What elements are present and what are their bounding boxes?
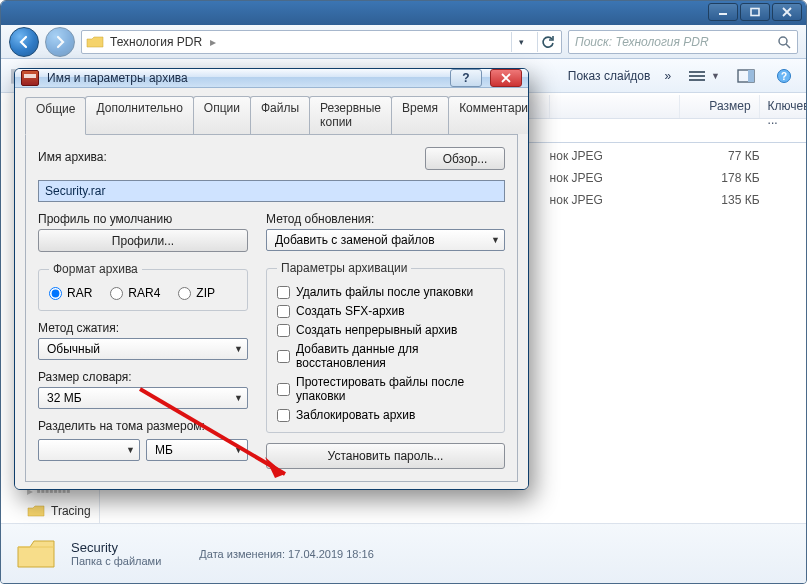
toolbar-more[interactable]: » bbox=[664, 69, 671, 83]
browse-button[interactable]: Обзор... bbox=[425, 147, 505, 170]
compression-method[interactable]: Обычный▼ bbox=[38, 338, 248, 360]
svg-rect-0 bbox=[751, 9, 759, 16]
check-test[interactable]: Протестировать файлы после упаковки bbox=[277, 375, 494, 403]
format-group: Формат архива RAR RAR4 ZIP bbox=[38, 262, 248, 311]
winrar-icon bbox=[21, 70, 39, 86]
search-icon bbox=[777, 35, 791, 49]
details-name: Security bbox=[71, 540, 161, 555]
view-mode-button[interactable]: ▼ bbox=[685, 66, 720, 86]
check-sfx[interactable]: Создать SFX-архив bbox=[277, 304, 494, 318]
check-recovery[interactable]: Добавить данные для восстановления bbox=[277, 342, 494, 370]
format-label: Формат архива bbox=[49, 262, 142, 276]
folder-icon bbox=[27, 504, 45, 518]
dialog-body: Общие Дополнительно Опции Файлы Резервны… bbox=[15, 88, 528, 490]
col-type[interactable] bbox=[550, 95, 680, 118]
close-button[interactable] bbox=[772, 3, 802, 21]
cell-type: нок JPEG bbox=[550, 193, 680, 207]
nav-forward-button[interactable] bbox=[45, 27, 75, 57]
toolbar-slideshow[interactable]: Показ слайдов bbox=[568, 69, 651, 83]
details-date-label: Дата изменения: bbox=[199, 548, 285, 560]
svg-point-1 bbox=[779, 37, 787, 45]
update-method[interactable]: Добавить с заменой файлов▼ bbox=[266, 229, 505, 251]
split-unit[interactable]: МБ▼ bbox=[146, 439, 248, 461]
tab-advanced[interactable]: Дополнительно bbox=[85, 96, 193, 134]
split-label: Разделить на тома размером: bbox=[38, 419, 248, 433]
tab-general[interactable]: Общие bbox=[25, 97, 86, 135]
dict-label: Размер словаря: bbox=[38, 370, 248, 384]
params-label: Параметры архивации bbox=[277, 261, 411, 275]
details-type: Папка с файлами bbox=[71, 555, 161, 567]
preview-pane-button[interactable] bbox=[734, 66, 758, 86]
address-bar[interactable]: Технология PDR ▸ ▾ bbox=[81, 30, 562, 54]
dialog-title: Имя и параметры архива bbox=[47, 71, 188, 85]
update-label: Метод обновления: bbox=[266, 212, 505, 226]
svg-rect-4 bbox=[689, 79, 705, 81]
explorer-navbar: Технология PDR ▸ ▾ Поиск: Технология PDR bbox=[1, 25, 806, 59]
dialog-close-button[interactable] bbox=[490, 69, 522, 87]
address-dropdown[interactable]: ▾ bbox=[511, 32, 531, 52]
tab-general-pane: Имя архива: Обзор... Профиль по умолчани… bbox=[25, 135, 518, 482]
dictionary-size[interactable]: 32 МБ▼ bbox=[38, 387, 248, 409]
tab-time[interactable]: Время bbox=[391, 96, 449, 134]
dialog-titlebar: Имя и параметры архива ? bbox=[15, 69, 528, 88]
check-solid[interactable]: Создать непрерывный архив bbox=[277, 323, 494, 337]
address-path: Технология PDR bbox=[110, 35, 202, 49]
maximize-button[interactable] bbox=[740, 3, 770, 21]
profile-label: Профиль по умолчанию bbox=[38, 212, 248, 226]
svg-rect-2 bbox=[689, 71, 705, 73]
svg-text:?: ? bbox=[781, 71, 787, 82]
set-password-button[interactable]: Установить пароль... bbox=[266, 443, 505, 469]
compress-label: Метод сжатия: bbox=[38, 321, 248, 335]
archive-dialog: Имя и параметры архива ? Общие Дополните… bbox=[14, 68, 529, 490]
split-size-input[interactable]: ▼ bbox=[38, 439, 140, 461]
refresh-button[interactable] bbox=[537, 32, 557, 52]
format-rar[interactable]: RAR bbox=[49, 286, 92, 300]
help-button[interactable]: ? bbox=[772, 66, 796, 86]
check-delete-after[interactable]: Удалить файлы после упаковки bbox=[277, 285, 494, 299]
svg-rect-3 bbox=[689, 75, 705, 77]
minimize-button[interactable] bbox=[708, 3, 738, 21]
archive-name-input[interactable] bbox=[38, 180, 505, 202]
format-zip[interactable]: ZIP bbox=[178, 286, 215, 300]
archive-name-label: Имя архива: bbox=[38, 150, 415, 164]
tab-comment[interactable]: Комментарий bbox=[448, 96, 529, 134]
svg-rect-6 bbox=[748, 70, 754, 82]
tab-backup[interactable]: Резервные копии bbox=[309, 96, 392, 134]
format-rar4[interactable]: RAR4 bbox=[110, 286, 160, 300]
tab-options[interactable]: Опции bbox=[193, 96, 251, 134]
explorer-titlebar bbox=[1, 1, 806, 25]
cell-type: нок JPEG bbox=[550, 171, 680, 185]
profiles-button[interactable]: Профили... bbox=[38, 229, 248, 252]
dialog-tabs: Общие Дополнительно Опции Файлы Резервны… bbox=[25, 96, 518, 135]
search-input[interactable]: Поиск: Технология PDR bbox=[568, 30, 798, 54]
folder-icon bbox=[86, 35, 104, 49]
cell-size: 178 КБ bbox=[680, 171, 760, 185]
cell-type: нок JPEG bbox=[550, 149, 680, 163]
folder-icon bbox=[15, 535, 57, 573]
col-tags[interactable]: Ключевые ... bbox=[760, 95, 807, 118]
cell-size: 77 КБ bbox=[680, 149, 760, 163]
cell-size: 135 КБ bbox=[680, 193, 760, 207]
dialog-help-button[interactable]: ? bbox=[450, 69, 482, 87]
breadcrumb-separator: ▸ bbox=[210, 35, 216, 49]
details-date-value: 17.04.2019 18:16 bbox=[288, 548, 374, 560]
nav-back-button[interactable] bbox=[9, 27, 39, 57]
tab-files[interactable]: Файлы bbox=[250, 96, 310, 134]
col-size[interactable]: Размер bbox=[680, 95, 760, 118]
details-pane: Security Папка с файлами Дата изменения:… bbox=[1, 523, 806, 583]
tree-item-tracing[interactable]: Tracing bbox=[1, 501, 99, 521]
search-placeholder: Поиск: Технология PDR bbox=[575, 35, 709, 49]
tree-item-label: Tracing bbox=[51, 504, 91, 518]
check-lock[interactable]: Заблокировать архив bbox=[277, 408, 494, 422]
archive-params-group: Параметры архивации Удалить файлы после … bbox=[266, 261, 505, 433]
